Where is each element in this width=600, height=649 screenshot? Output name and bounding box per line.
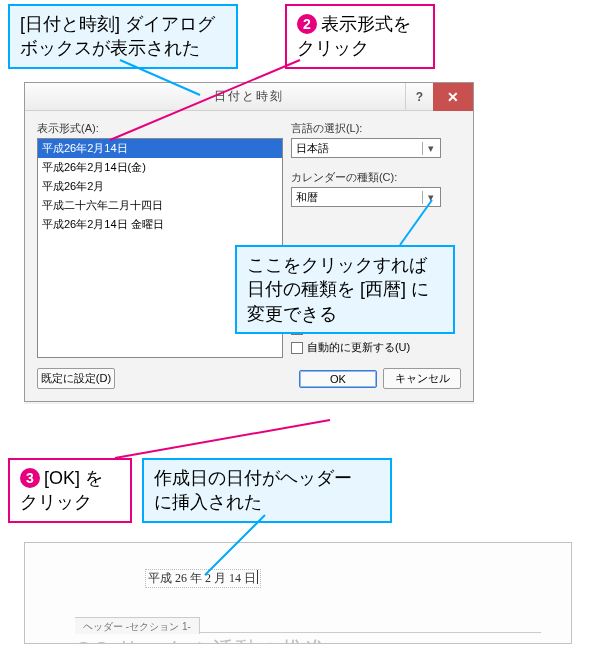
text-cursor [257, 570, 258, 584]
callout-click-ok: 3[OK] を クリック [8, 458, 132, 523]
titlebar: 日付と時刻 ? ✕ [25, 83, 473, 111]
calendar-type-label: カレンダーの種類(C): [291, 170, 461, 185]
format-option[interactable]: 平成二十六年二月十四日 [38, 196, 282, 215]
callout-date-inserted: 作成日の日付がヘッダー に挿入された [142, 458, 392, 523]
calendar-type-dropdown[interactable]: 和暦 ▾ [291, 187, 441, 207]
checkbox-label: 自動的に更新する(U) [307, 340, 410, 355]
step-number-3: 3 [20, 468, 40, 488]
callout-text: ここをクリックすれば 日付の種類を [西暦] に 変更できる [247, 255, 429, 324]
header-date: 平成 26 年 2 月 14 日 [145, 569, 261, 588]
format-option[interactable]: 平成26年2月14日 金曜日 [38, 215, 282, 234]
callout-text: 作成日の日付がヘッダー に挿入された [154, 468, 352, 512]
close-button[interactable]: ✕ [433, 83, 473, 111]
date-time-dialog: 日付と時刻 ? ✕ 表示形式(A): 平成26年2月14日 平成26年2月14日… [24, 82, 474, 402]
callout-text: [日付と時刻] ダイアログ ボックスが表示された [20, 14, 215, 58]
language-value: 日本語 [292, 141, 422, 156]
svg-line-3 [115, 420, 330, 458]
help-button[interactable]: ? [405, 83, 433, 111]
autoupdate-checkbox[interactable]: 自動的に更新する(U) [291, 340, 461, 355]
language-label: 言語の選択(L): [291, 121, 461, 136]
checkbox-box [291, 342, 303, 354]
format-option[interactable]: 平成26年2月14日 [38, 139, 282, 158]
chevron-down-icon: ▾ [422, 191, 440, 204]
set-default-button[interactable]: 既定に設定(D) [37, 368, 115, 389]
language-dropdown[interactable]: 日本語 ▾ [291, 138, 441, 158]
format-label: 表示形式(A): [37, 121, 283, 136]
callout-click-format: 2表示形式を クリック [285, 4, 435, 69]
cancel-button[interactable]: キャンセル [383, 368, 461, 389]
chevron-down-icon: ▾ [422, 142, 440, 155]
callout-dialog-shown: [日付と時刻] ダイアログ ボックスが表示された [8, 4, 238, 69]
callout-calendar-tip: ここをクリックすれば 日付の種類を [西暦] に 変更できる [235, 245, 455, 334]
format-option[interactable]: 平成26年2月 [38, 177, 282, 196]
ok-button[interactable]: OK [299, 370, 377, 388]
header-section-tab: ヘッダー -セクション 1- [75, 617, 200, 634]
step-number-2: 2 [297, 14, 317, 34]
calendar-type-value: 和暦 [292, 190, 422, 205]
header-date-text: 平成 26 年 2 月 14 日 [148, 571, 256, 585]
document-preview: 平成 26 年 2 月 14 日 ヘッダー -セクション 1- QC サークル活… [24, 542, 572, 644]
format-option[interactable]: 平成26年2月14日(金) [38, 158, 282, 177]
